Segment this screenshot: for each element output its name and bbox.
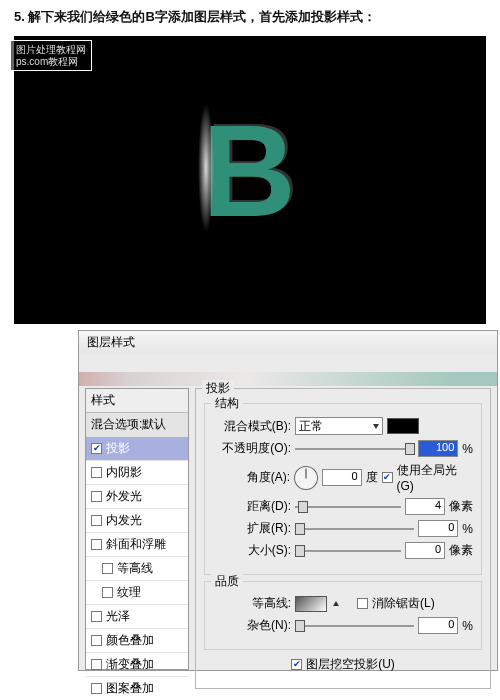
angle-input[interactable]: 0 [322, 469, 362, 486]
watermark: 图片处理教程网 ps.com教程网 [10, 40, 92, 71]
letter-b: B [202, 106, 294, 236]
style-label: 内阴影 [106, 464, 142, 481]
style-gradient-overlay[interactable]: 渐变叠加 [86, 653, 188, 677]
style-pattern-overlay[interactable]: 图案叠加 [86, 677, 188, 700]
watermark-line1: 图片处理教程网 [16, 44, 86, 56]
size-slider[interactable] [295, 543, 401, 559]
opacity-input[interactable]: 100 [418, 440, 458, 457]
style-label: 投影 [106, 440, 130, 457]
style-label: 斜面和浮雕 [106, 536, 166, 553]
blend-mode-value: 正常 [299, 418, 323, 435]
dialog-title: 图层样式 [79, 331, 497, 354]
structure-title: 结构 [211, 395, 243, 412]
opacity-label: 不透明度(O): [213, 440, 291, 457]
quality-title: 品质 [211, 573, 243, 590]
size-label: 大小(S): [213, 542, 291, 559]
noise-input[interactable]: 0 [418, 617, 458, 634]
style-label: 光泽 [106, 608, 130, 625]
style-outer-glow[interactable]: 外发光 [86, 485, 188, 509]
contour-label: 等高线: [213, 595, 291, 612]
checkbox-icon[interactable] [91, 467, 102, 478]
style-label: 纹理 [117, 584, 141, 601]
contour-picker-icon[interactable] [333, 601, 339, 606]
knockout-label: 图层挖空投影(U) [306, 656, 395, 673]
knockout-checkbox[interactable] [291, 659, 302, 670]
blending-options-default[interactable]: 混合选项:默认 [86, 413, 188, 437]
distance-unit: 像素 [449, 498, 473, 515]
letter-wrap: B [202, 106, 294, 236]
style-label: 图案叠加 [106, 680, 154, 697]
style-label: 颜色叠加 [106, 632, 154, 649]
style-satin[interactable]: 光泽 [86, 605, 188, 629]
style-label: 渐变叠加 [106, 656, 154, 673]
blend-mode-dropdown[interactable]: 正常 [295, 417, 383, 435]
contour-swatch[interactable] [295, 596, 327, 612]
styles-header: 样式 [86, 389, 188, 413]
style-contour[interactable]: 等高线 [86, 557, 188, 581]
distance-label: 距离(D): [213, 498, 291, 515]
noise-slider[interactable] [295, 618, 414, 634]
instruction-text: 5. 解下来我们给绿色的B字添加图层样式，首先添加投影样式： [0, 0, 500, 36]
spread-input[interactable]: 0 [418, 520, 458, 537]
distance-slider[interactable] [295, 499, 401, 515]
spread-label: 扩展(R): [213, 520, 291, 537]
style-inner-shadow[interactable]: 内阴影 [86, 461, 188, 485]
styles-list: 样式 混合选项:默认 投影 内阴影 外发光 内发光 斜面和浮雕 等高线 纹理 光… [85, 388, 189, 670]
size-unit: 像素 [449, 542, 473, 559]
spread-unit: % [462, 522, 473, 536]
spread-slider[interactable] [295, 521, 414, 537]
antialias-checkbox[interactable] [357, 598, 368, 609]
preview-canvas: 图片处理教程网 ps.com教程网 B [14, 36, 486, 324]
global-light-checkbox[interactable] [382, 472, 393, 483]
angle-wheel[interactable] [294, 466, 318, 490]
style-inner-glow[interactable]: 内发光 [86, 509, 188, 533]
letter-highlight [198, 103, 214, 233]
distance-input[interactable]: 4 [405, 498, 445, 515]
shadow-group: 投影 结构 混合模式(B): 正常 不透明度(O): 100 % [195, 388, 491, 689]
noise-label: 杂色(N): [213, 617, 291, 634]
layer-style-dialog: 图层样式 样式 混合选项:默认 投影 内阴影 外发光 内发光 斜面和浮雕 等高线… [78, 330, 498, 671]
shadow-panel: 投影 结构 混合模式(B): 正常 不透明度(O): 100 % [195, 388, 491, 670]
blend-mode-label: 混合模式(B): [213, 418, 291, 435]
size-input[interactable]: 0 [405, 542, 445, 559]
chevron-down-icon [373, 424, 379, 429]
noise-unit: % [462, 619, 473, 633]
checkbox-icon[interactable] [91, 443, 102, 454]
style-label: 外发光 [106, 488, 142, 505]
structure-subgroup: 结构 混合模式(B): 正常 不透明度(O): 100 % 角度(A): [204, 403, 482, 575]
checkbox-icon[interactable] [91, 611, 102, 622]
style-color-overlay[interactable]: 颜色叠加 [86, 629, 188, 653]
checkbox-icon[interactable] [91, 515, 102, 526]
style-label: 内发光 [106, 512, 142, 529]
checkbox-icon[interactable] [102, 563, 113, 574]
checkbox-icon[interactable] [91, 659, 102, 670]
watermark-line2: ps.com教程网 [16, 56, 86, 68]
quality-subgroup: 品质 等高线: 消除锯齿(L) 杂色(N): 0 % [204, 581, 482, 650]
color-swatch[interactable] [387, 418, 419, 434]
checkbox-icon[interactable] [102, 587, 113, 598]
checkbox-icon[interactable] [91, 683, 102, 694]
style-drop-shadow[interactable]: 投影 [86, 437, 188, 461]
opacity-unit: % [462, 442, 473, 456]
style-label: 等高线 [117, 560, 153, 577]
opacity-slider[interactable] [295, 441, 414, 457]
angle-unit: 度 [366, 469, 378, 486]
style-texture[interactable]: 纹理 [86, 581, 188, 605]
global-light-label: 使用全局光(G) [397, 462, 474, 493]
angle-label: 角度(A): [213, 469, 290, 486]
antialias-label: 消除锯齿(L) [372, 595, 435, 612]
checkbox-icon[interactable] [91, 539, 102, 550]
background-blur-strip [79, 372, 497, 386]
checkbox-icon[interactable] [91, 635, 102, 646]
checkbox-icon[interactable] [91, 491, 102, 502]
style-bevel-emboss[interactable]: 斜面和浮雕 [86, 533, 188, 557]
